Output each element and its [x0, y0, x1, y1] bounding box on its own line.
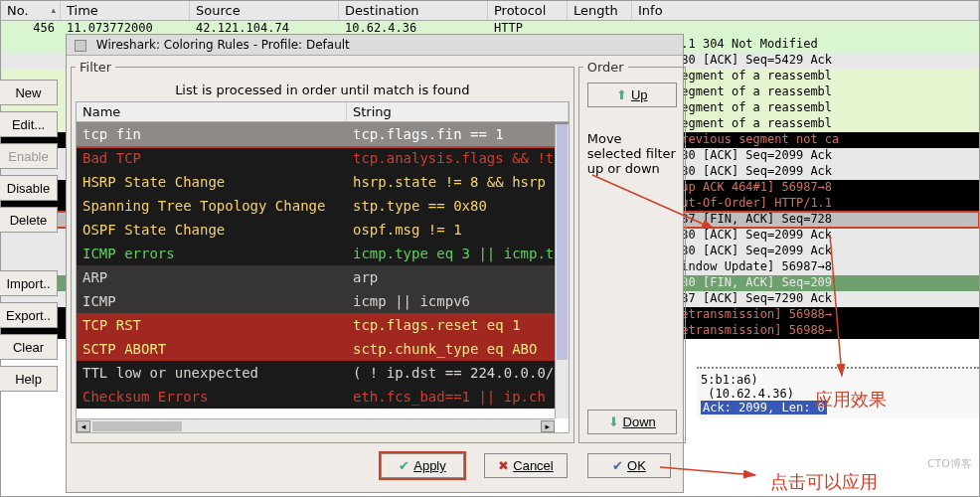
rule-row[interactable]: tcp fintcp.flags.fin == 1 [77, 122, 569, 146]
cancel-icon: ✖ [498, 458, 509, 473]
filter-legend: Filter [76, 60, 115, 75]
rule-list[interactable]: Name String tcp fintcp.flags.fin == 1Bad… [76, 101, 570, 433]
col-source[interactable]: Source [190, 1, 339, 20]
watermark: CTO博客 [927, 456, 972, 471]
rule-row[interactable]: Spanning Tree Topology Changestp.type ==… [77, 194, 569, 218]
packet-detail-pane[interactable]: 5:b1:a6) (10.62.4.36) Ack: 2099, Len: 0 [697, 367, 979, 418]
rule-row[interactable]: HSRP State Changehsrp.state != 8 && hsrp [77, 170, 569, 194]
rule-row[interactable]: Bad TCPtcp.analysis.flags && !tc [77, 146, 569, 170]
export--button[interactable]: Export.. [0, 302, 58, 328]
rule-row[interactable]: ICMP errorsicmp.type eq 3 || icmp.t [77, 242, 569, 265]
hscroll-thumb[interactable] [92, 421, 182, 431]
enable-button: Enable [0, 143, 58, 169]
left-button-column: NewEdit...EnableDisableDeleteImport..Exp… [0, 80, 62, 398]
hint-text: List is processed in order until match i… [76, 79, 570, 101]
col-time[interactable]: Time [61, 1, 190, 20]
arrow-up-icon: ⬆ [616, 87, 627, 102]
order-legend: Order [583, 60, 628, 75]
rule-col-string[interactable]: String [347, 102, 569, 121]
disable-button[interactable]: Disable [0, 175, 58, 201]
col-protocol[interactable]: Protocol [488, 1, 568, 20]
rule-row[interactable]: OSPF State Changeospf.msg != 1 [77, 218, 569, 242]
rule-row[interactable]: TTL low or unexpected( ! ip.dst == 224.0… [77, 361, 569, 385]
delete-button[interactable]: Delete [0, 207, 58, 233]
cancel-button[interactable]: ✖Cancel [484, 453, 568, 478]
apply-button[interactable]: ✔Apply [381, 453, 464, 478]
edit--button[interactable]: Edit... [0, 111, 58, 137]
up-button[interactable]: ⬆Up [587, 83, 677, 107]
down-button[interactable]: ⬇Down [587, 410, 677, 434]
order-fieldset: Order ⬆Up Move selected filter up or dow… [578, 60, 686, 443]
rule-row[interactable]: SCTP ABORTsctp.chunk_type eq ABO [77, 337, 569, 361]
rule-row[interactable]: ARParp [77, 265, 569, 289]
dialog-footer: ✔Apply ✖Cancel ✔OK [67, 447, 683, 484]
rule-col-name[interactable]: Name [77, 102, 347, 121]
rules-hscrollbar[interactable]: ◂ ▸ [77, 418, 555, 432]
col-no[interactable]: No.▴ [1, 1, 61, 20]
rule-row[interactable]: ICMPicmp || icmpv6 [77, 289, 569, 313]
ok-button[interactable]: ✔OK [587, 453, 671, 478]
dialog-title: Wireshark: Coloring Rules - Profile: Def… [96, 38, 350, 52]
vscroll-thumb[interactable] [557, 124, 568, 360]
check-icon: ✔ [399, 458, 409, 473]
help-button[interactable]: Help [0, 366, 58, 392]
rule-row[interactable]: TCP RSTtcp.flags.reset eq 1 [77, 313, 569, 337]
new-button[interactable]: New [0, 80, 58, 105]
packet-header-row: No.▴ Time Source Destination Protocol Le… [1, 1, 979, 21]
arrow-down-icon: ⬇ [608, 414, 619, 429]
dialog-titlebar[interactable]: Wireshark: Coloring Rules - Profile: Def… [67, 35, 683, 56]
sort-icon: ▴ [51, 5, 56, 15]
coloring-rules-dialog: Wireshark: Coloring Rules - Profile: Def… [66, 34, 684, 493]
detail-selected: Ack: 2099, Len: 0 [701, 401, 827, 414]
hscroll-right-icon[interactable]: ▸ [541, 420, 555, 432]
move-text: Move selected filter up or down [587, 131, 677, 176]
col-info[interactable]: Info [632, 1, 979, 20]
col-destination[interactable]: Destination [339, 1, 488, 20]
hscroll-left-icon[interactable]: ◂ [77, 420, 90, 432]
filter-fieldset: Filter List is processed in order until … [71, 60, 574, 443]
rule-header: Name String [77, 102, 569, 122]
rule-row[interactable]: Checksum Errorseth.fcs_bad==1 || ip.ch [77, 385, 569, 409]
col-length[interactable]: Length [568, 1, 632, 20]
rules-vscrollbar[interactable] [555, 124, 569, 418]
clear-button[interactable]: Clear [0, 334, 58, 360]
ok-icon: ✔ [612, 458, 623, 473]
import--button[interactable]: Import.. [0, 270, 58, 296]
window-icon [75, 40, 86, 52]
